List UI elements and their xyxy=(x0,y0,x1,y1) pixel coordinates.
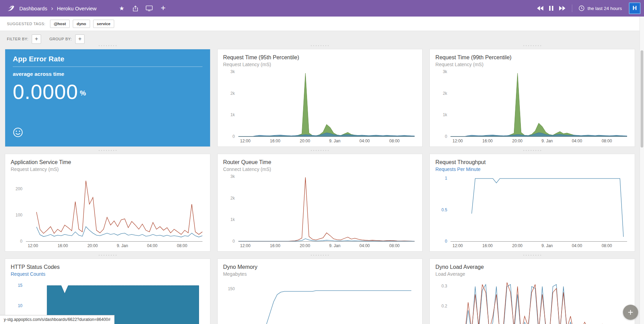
y-tick-label: 2k xyxy=(443,91,447,96)
suggested-tag[interactable]: @host xyxy=(50,20,70,28)
y-tick-label: 0 xyxy=(232,239,235,244)
tv-mode-button[interactable] xyxy=(143,3,155,14)
pause-refresh-button[interactable] xyxy=(546,3,557,13)
chart-canvas xyxy=(450,175,627,241)
time-step-back-button[interactable] xyxy=(535,3,546,13)
topbar-right: the last 24 hours H xyxy=(535,2,641,14)
chart-canvas xyxy=(450,70,627,136)
y-axis: 2001000 xyxy=(11,175,26,242)
chart-card-request-time-99[interactable]: Request Time (99th Percentile) Request L… xyxy=(429,49,635,147)
x-tick-label: 12:00 xyxy=(240,139,250,143)
star-icon: ★ xyxy=(119,6,124,11)
time-range-selector[interactable]: the last 24 hours xyxy=(576,5,624,11)
suggested-tags-label: SUGGESTED TAGS: xyxy=(7,22,46,26)
big-number-unit: % xyxy=(80,89,86,97)
favorite-star-button[interactable]: ★ xyxy=(116,3,128,14)
time-step-forward-button[interactable] xyxy=(557,3,568,13)
chart-canvas xyxy=(26,175,202,241)
x-tick-label: 04:00 xyxy=(359,139,370,143)
chart-title: Application Service Time xyxy=(11,159,205,165)
y-axis: 3k2k1k0 xyxy=(223,175,238,242)
x-tick-label: 08:00 xyxy=(389,139,399,143)
plot-region[interactable] xyxy=(238,70,415,137)
y-tick-label: 1k xyxy=(443,112,447,117)
fast-forward-icon xyxy=(559,6,566,11)
chart-subtitle: Request Latency (mS) xyxy=(435,62,629,67)
chart-card-dyno-memory[interactable]: Dyno Memory Megabytes 150100 xyxy=(217,259,423,324)
share-button[interactable] xyxy=(130,3,141,14)
y-tick-label: 200 xyxy=(16,186,22,191)
y-tick-label: 2k xyxy=(230,196,235,201)
y-axis: 150100 xyxy=(223,280,238,324)
chart-card-http-status-codes[interactable]: HTTP Status Codes Request Counts 1510 xyxy=(5,259,210,324)
add-filter-button[interactable]: + xyxy=(32,34,41,44)
user-avatar[interactable]: H xyxy=(629,2,641,14)
y-tick-label: 3k xyxy=(230,69,235,74)
series-memory-used xyxy=(256,291,411,324)
add-group-button[interactable]: + xyxy=(75,34,85,44)
chart-card-dyno-load-average[interactable]: Dyno Load Average Load Average 0.30.2 xyxy=(429,259,635,324)
series-mean-queue-time xyxy=(238,239,415,241)
scrollbar-track[interactable] xyxy=(640,17,644,324)
x-tick-label: 04:00 xyxy=(359,243,370,248)
plot-region[interactable] xyxy=(450,70,627,137)
chart-subtitle: Connect Latency (mS) xyxy=(223,166,417,172)
monitor-icon xyxy=(146,5,153,11)
y-tick-label: 0 xyxy=(232,134,235,139)
y-tick-label: 0 xyxy=(20,239,22,244)
pause-icon xyxy=(549,6,553,11)
breadcrumb: Dashboards › Heroku Overview xyxy=(19,5,97,11)
chart-area: 2001000 12:0016:0020:009. Jan04:0008:00 xyxy=(11,175,205,249)
solarwinds-logo-icon[interactable] xyxy=(5,2,17,14)
x-tick-label: 16:00 xyxy=(482,139,493,143)
x-tick-label: 08:00 xyxy=(177,243,187,248)
chart-card-request-time-95[interactable]: Request Time (95th Percentile) Request L… xyxy=(217,49,423,147)
app-error-rate-card[interactable]: App Error Rate average across time 0.000… xyxy=(5,49,210,147)
breadcrumb-dashboards[interactable]: Dashboards xyxy=(19,6,47,11)
y-tick-label: 0.3 xyxy=(442,284,447,288)
plot-region[interactable] xyxy=(26,175,202,242)
chart-area: 3k2k1k0 12:0016:0020:009. Jan04:0008:00 xyxy=(435,70,629,144)
y-tick-label: 100 xyxy=(16,213,22,217)
add-widget-fab[interactable]: + xyxy=(623,305,638,320)
breadcrumb-current-dashboard: Heroku Overview xyxy=(57,6,97,11)
plus-icon: + xyxy=(161,4,166,12)
x-tick-label: 9. Jan xyxy=(329,139,340,143)
plot-region[interactable] xyxy=(450,175,627,242)
scrollbar-thumb[interactable] xyxy=(641,50,643,148)
y-axis: 0.30.2 xyxy=(435,280,450,324)
suggested-tag[interactable]: service xyxy=(93,20,115,28)
x-tick-label: 16:00 xyxy=(58,243,68,248)
chart-card-application-service-time[interactable]: Application Service Time Request Latency… xyxy=(5,154,210,252)
y-axis: 10.50 xyxy=(435,175,450,242)
x-tick-label: 08:00 xyxy=(602,243,612,248)
y-tick-label: 0.5 xyxy=(442,207,447,212)
x-tick-label: 9. Jan xyxy=(329,243,340,248)
x-tick-label: 12:00 xyxy=(28,243,38,248)
x-tick-label: 20:00 xyxy=(300,139,310,143)
big-number-title: App Error Rate xyxy=(13,55,202,63)
series-p99-latency xyxy=(450,73,627,136)
chart-card-router-queue-time[interactable]: Router Queue Time Connect Latency (mS) 3… xyxy=(217,154,423,252)
chart-title: Dyno Memory xyxy=(223,264,417,270)
x-tick-label: 9. Jan xyxy=(542,243,553,248)
x-tick-label: 08:00 xyxy=(389,243,399,248)
chart-card-request-throughput[interactable]: Request Throughput Requests Per Minute 1… xyxy=(429,154,635,252)
big-number-value: 0.0000% xyxy=(13,81,202,103)
title-divider xyxy=(13,67,202,67)
plot-region[interactable] xyxy=(238,175,415,242)
y-tick-label: 10 xyxy=(18,303,22,308)
add-chart-button[interactable]: + xyxy=(157,3,169,14)
chart-canvas xyxy=(238,280,415,324)
y-tick-label: 3k xyxy=(230,174,235,179)
suggested-tag[interactable]: dyno xyxy=(73,20,90,28)
plot-region[interactable] xyxy=(450,280,627,324)
y-tick-label: 15 xyxy=(18,283,22,287)
rewind-icon xyxy=(537,6,544,11)
series-max-service-time xyxy=(37,181,202,235)
group-by-label: GROUP BY: xyxy=(49,37,72,41)
y-tick-label: 2k xyxy=(230,91,235,96)
series-mean-latency xyxy=(450,133,627,136)
chart-canvas xyxy=(238,175,415,241)
plot-region[interactable] xyxy=(238,280,415,324)
